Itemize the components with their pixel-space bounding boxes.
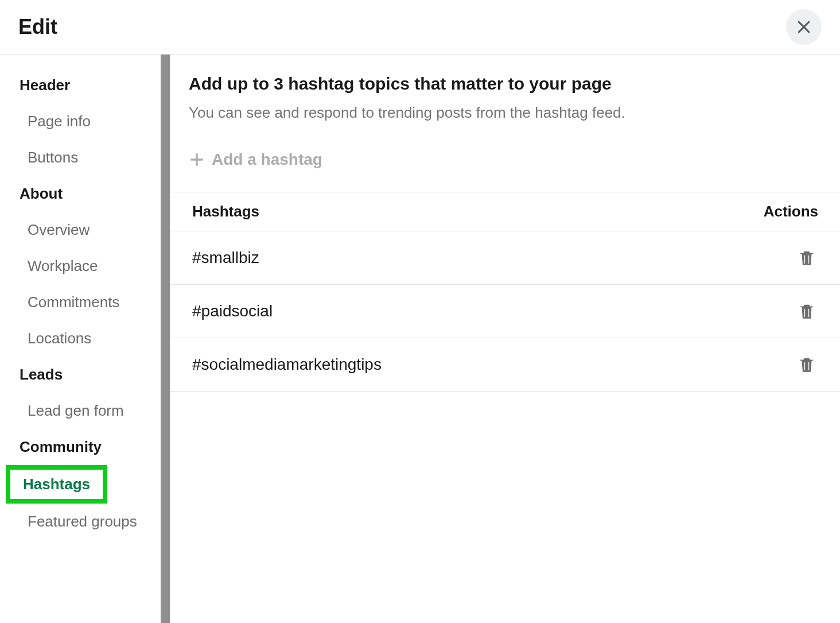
- sidebar-item-featured-groups[interactable]: Featured groups: [0, 504, 170, 540]
- table-row: #socialmediamarketingtips: [170, 338, 840, 392]
- sidebar-scrollbar[interactable]: [161, 55, 170, 623]
- sidebar-scrollbar-thumb[interactable]: [161, 55, 170, 623]
- sidebar-item-workplace[interactable]: Workplace: [0, 248, 170, 284]
- sidebar-item-hashtags[interactable]: Hashtags: [23, 475, 90, 493]
- sidebar: Header Page info Buttons About Overview …: [0, 55, 170, 623]
- close-icon: [795, 18, 812, 36]
- sidebar-item-page-info[interactable]: Page info: [0, 103, 170, 140]
- sidebar-highlight: Hashtags: [6, 465, 107, 504]
- sidebar-section-header: Header: [0, 67, 170, 103]
- hashtag-value: #smallbiz: [192, 249, 259, 267]
- trash-icon: [797, 355, 816, 374]
- modal-header: Edit: [0, 0, 840, 55]
- main-subtitle: You can see and respond to trending post…: [170, 98, 840, 127]
- table-header-actions: Actions: [764, 203, 818, 220]
- table-row: #paidsocial: [170, 285, 840, 338]
- sidebar-item-commitments[interactable]: Commitments: [0, 284, 170, 320]
- sidebar-section-leads: Leads: [0, 357, 170, 393]
- delete-hashtag-button[interactable]: [795, 300, 818, 323]
- add-hashtag-button[interactable]: Add a hashtag: [170, 127, 840, 192]
- main-title: Add up to 3 hashtag topics that matter t…: [170, 67, 840, 98]
- table-row: #smallbiz: [170, 231, 840, 285]
- trash-icon: [797, 301, 816, 321]
- sidebar-item-locations[interactable]: Locations: [0, 320, 170, 357]
- hashtag-table-header: Hashtags Actions: [170, 192, 840, 231]
- sidebar-section-about: About: [0, 176, 170, 212]
- delete-hashtag-button[interactable]: [795, 246, 818, 269]
- trash-icon: [797, 248, 816, 268]
- plus-icon: [189, 152, 205, 168]
- hashtag-value: #socialmediamarketingtips: [192, 355, 382, 374]
- modal-title: Edit: [18, 15, 57, 39]
- table-header-hashtags: Hashtags: [192, 203, 259, 220]
- sidebar-section-community: Community: [0, 429, 170, 465]
- sidebar-item-lead-gen-form[interactable]: Lead gen form: [0, 393, 170, 429]
- sidebar-item-overview[interactable]: Overview: [0, 212, 170, 248]
- main-panel: Add up to 3 hashtag topics that matter t…: [170, 55, 840, 623]
- delete-hashtag-button[interactable]: [795, 353, 818, 376]
- hashtag-value: #paidsocial: [192, 302, 273, 320]
- add-hashtag-label: Add a hashtag: [212, 150, 322, 169]
- sidebar-item-buttons[interactable]: Buttons: [0, 140, 170, 176]
- close-button[interactable]: [786, 9, 822, 45]
